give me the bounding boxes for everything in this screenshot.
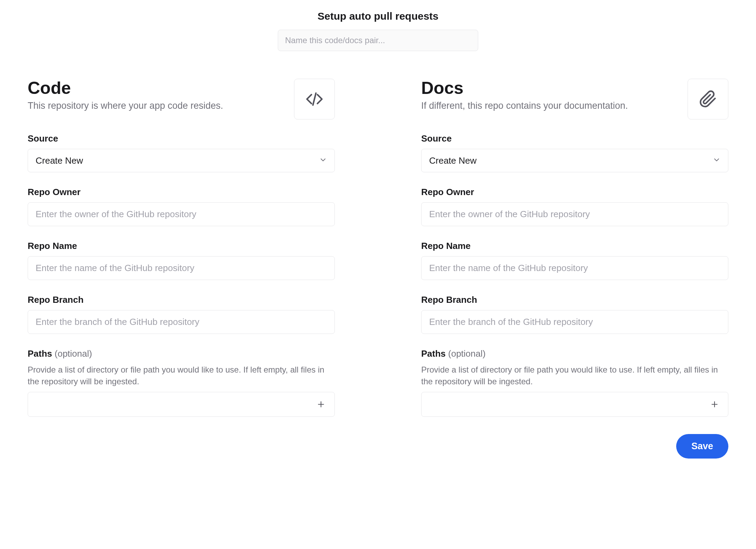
code-paths-help: Provide a list of directory or file path… <box>28 364 335 387</box>
docs-section-subtitle: If different, this repo contains your do… <box>421 100 628 111</box>
code-column: Code This repository is where your app c… <box>28 79 335 417</box>
attachment-icon <box>688 79 728 119</box>
code-owner-label: Repo Owner <box>28 187 335 198</box>
code-paths-label: Paths (optional) <box>28 348 335 359</box>
pair-name-input[interactable] <box>278 30 478 51</box>
docs-owner-input[interactable] <box>421 202 728 226</box>
docs-branch-input[interactable] <box>421 310 728 334</box>
docs-source-label: Source <box>421 133 728 144</box>
code-source-select[interactable]: Create New <box>28 149 335 172</box>
save-button[interactable]: Save <box>676 434 728 459</box>
code-section-title: Code <box>28 79 223 98</box>
docs-paths-box[interactable] <box>421 392 728 417</box>
code-icon <box>294 79 335 119</box>
docs-column: Docs If different, this repo contains yo… <box>421 79 728 417</box>
svg-line-0 <box>313 93 316 105</box>
docs-name-label: Repo Name <box>421 241 728 251</box>
code-branch-input[interactable] <box>28 310 335 334</box>
docs-section-title: Docs <box>421 79 628 98</box>
code-name-label: Repo Name <box>28 241 335 251</box>
code-section-subtitle: This repository is where your app code r… <box>28 100 223 111</box>
code-add-path-button[interactable] <box>315 398 327 410</box>
docs-name-input[interactable] <box>421 256 728 280</box>
docs-paths-help: Provide a list of directory or file path… <box>421 364 728 387</box>
code-branch-label: Repo Branch <box>28 295 335 305</box>
docs-paths-label: Paths (optional) <box>421 348 728 359</box>
code-owner-input[interactable] <box>28 202 335 226</box>
docs-owner-label: Repo Owner <box>421 187 728 198</box>
code-source-label: Source <box>28 133 335 144</box>
code-name-input[interactable] <box>28 256 335 280</box>
docs-branch-label: Repo Branch <box>421 295 728 305</box>
page-title: Setup auto pull requests <box>28 10 728 22</box>
code-paths-box[interactable] <box>28 392 335 417</box>
docs-source-select[interactable]: Create New <box>421 149 728 172</box>
docs-add-path-button[interactable] <box>709 398 720 410</box>
